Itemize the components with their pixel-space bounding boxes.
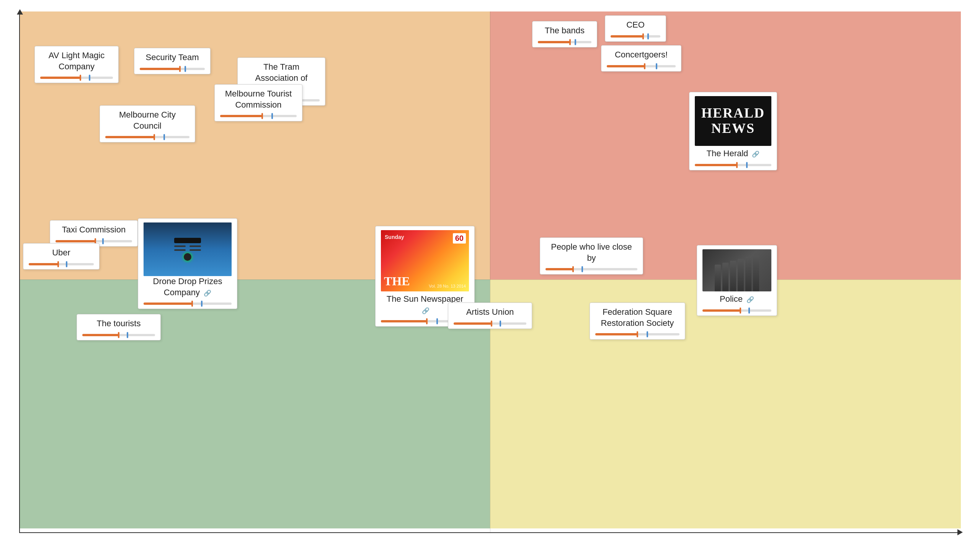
slider-fill-taxi (56, 240, 95, 242)
clip-icon[interactable]: 🔗 (746, 296, 754, 303)
slider-fill-police (702, 309, 740, 312)
card-herald[interactable]: HERALDNEWS The Herald 🔗 (689, 92, 777, 170)
slider-thumb-orange-drone[interactable] (191, 301, 193, 307)
x-axis-arrow (957, 529, 963, 535)
slider-thumb-blue-herald[interactable] (746, 162, 748, 168)
slider-thumb-orange-security[interactable] (179, 66, 181, 72)
slider-thumb-blue-sun-newspaper[interactable] (436, 318, 438, 324)
slider-thumb-blue-bands[interactable] (575, 39, 576, 45)
slider-interest-tourists[interactable] (82, 334, 155, 336)
slider-fill-sun-newspaper (381, 320, 427, 322)
slider-thumb-orange-bands[interactable] (569, 39, 571, 45)
slider-interest-artists-union[interactable] (454, 322, 526, 325)
slider-interest-herald[interactable] (695, 164, 771, 166)
slider-interest-uber[interactable] (29, 263, 94, 265)
slider-interest-police[interactable] (702, 309, 771, 312)
x-axis (19, 532, 961, 533)
card-title-herald: The Herald 🔗 (707, 148, 760, 159)
card-av-light[interactable]: AV Light MagicCompany (34, 46, 119, 83)
card-title-melbourne-cc: Melbourne City Council (105, 110, 189, 131)
slider-thumb-blue-police[interactable] (748, 307, 750, 314)
card-title-row: CEO (611, 20, 660, 34)
card-bands[interactable]: The bands (532, 21, 597, 47)
card-police[interactable]: Police 🔗 (697, 245, 777, 316)
drone-image (144, 222, 232, 276)
slider-thumb-blue-taxi[interactable] (102, 238, 104, 244)
slider-interest-tourist-commission[interactable] (220, 115, 297, 117)
slider-thumb-blue-security[interactable] (185, 66, 186, 72)
card-people-close[interactable]: People who live close by (540, 237, 643, 275)
slider-thumb-orange-uber[interactable] (57, 261, 59, 267)
card-title-row: Taxi Commission (56, 224, 132, 239)
card-title-row: People who live close by (546, 242, 637, 267)
slider-thumb-orange-concertgoers[interactable] (644, 63, 645, 69)
slider-interest-security[interactable] (140, 68, 205, 70)
card-title-fed-square: Federation SquareRestoration Society (601, 307, 674, 329)
card-title-row: Police 🔗 (702, 294, 771, 308)
card-fed-square[interactable]: Federation SquareRestoration Society (590, 303, 685, 340)
card-tourist-commission[interactable]: Melbourne TouristCommission (214, 84, 302, 121)
slider-thumb-blue-tourists[interactable] (127, 332, 128, 338)
card-ceo[interactable]: CEO (605, 15, 666, 42)
clip-icon[interactable]: 🔗 (752, 151, 760, 157)
slider-thumb-orange-people-close[interactable] (572, 266, 574, 272)
slider-thumb-blue-uber[interactable] (66, 261, 67, 267)
card-taxi[interactable]: Taxi Commission (50, 220, 138, 247)
card-concertgoers[interactable]: Concertgoers! (601, 45, 681, 72)
slider-interest-people-close[interactable] (546, 268, 637, 270)
card-security[interactable]: Security Team (134, 48, 211, 74)
slider-interest-fed-square[interactable] (595, 333, 679, 335)
slider-thumb-orange-tourists[interactable] (118, 332, 119, 338)
card-title-row: AV Light MagicCompany (40, 50, 113, 75)
card-title-security: Security Team (146, 52, 199, 63)
police-image (702, 249, 771, 291)
card-title-row: The bands (538, 25, 591, 39)
slider-thumb-orange-ceo[interactable] (642, 33, 644, 39)
slider-thumb-blue-drone[interactable] (201, 301, 203, 307)
slider-interest-drone[interactable] (144, 303, 232, 305)
card-uber[interactable]: Uber (23, 243, 100, 270)
clip-icon[interactable]: 🔗 (204, 290, 211, 296)
slider-thumb-blue-ceo[interactable] (647, 33, 649, 39)
card-title-tourists: The tourists (97, 318, 141, 329)
card-tourists[interactable]: The tourists (77, 314, 161, 340)
slider-thumb-blue-concertgoers[interactable] (656, 63, 657, 69)
slider-thumb-orange-police[interactable] (740, 307, 741, 314)
slider-thumb-blue-artists-union[interactable] (500, 321, 501, 327)
slider-thumb-orange-artists-union[interactable] (491, 321, 492, 327)
slider-fill-herald (695, 164, 737, 166)
slider-thumb-blue-people-close[interactable] (581, 266, 583, 272)
slider-interest-bands[interactable] (538, 41, 591, 43)
quadrant-bottom-right (490, 280, 961, 528)
slider-thumb-blue-fed-square[interactable] (647, 331, 648, 337)
slider-thumb-orange-tourist-commission[interactable] (261, 113, 263, 119)
slider-interest-melbourne-cc[interactable] (105, 136, 189, 138)
card-title-bands: The bands (545, 25, 585, 36)
slider-thumb-blue-tourist-commission[interactable] (271, 113, 273, 119)
clip-icon[interactable]: 🔗 (422, 307, 430, 314)
card-title-row: The Herald 🔗 (695, 148, 771, 162)
stakeholder-map: AV Light MagicCompany Security Team The … (0, 0, 980, 556)
slider-thumb-orange-fed-square[interactable] (637, 331, 638, 337)
slider-thumb-orange-melbourne-cc[interactable] (154, 134, 155, 140)
card-melbourne-cc[interactable]: Melbourne City Council (100, 105, 195, 142)
card-title-people-close: People who live close by (546, 242, 637, 263)
slider-thumb-blue-melbourne-cc[interactable] (163, 134, 165, 140)
slider-thumb-orange-av-light[interactable] (80, 75, 81, 81)
slider-thumb-orange-sun-newspaper[interactable] (426, 318, 428, 324)
card-title-row: Security Team (140, 52, 205, 66)
card-artists-union[interactable]: Artists Union (448, 303, 532, 329)
slider-thumb-blue-av-light[interactable] (89, 75, 90, 81)
slider-fill-bands (538, 41, 570, 43)
slider-interest-av-light[interactable] (40, 77, 113, 79)
slider-interest-concertgoers[interactable] (607, 65, 676, 67)
card-drone[interactable]: Drone Drop PrizesCompany 🔗 (138, 218, 237, 309)
card-title-taxi: Taxi Commission (62, 224, 126, 235)
slider-interest-taxi[interactable] (56, 240, 132, 242)
slider-fill-tourists (82, 334, 119, 336)
card-title-row: Artists Union (454, 307, 526, 321)
slider-fill-people-close (546, 268, 573, 270)
slider-thumb-orange-herald[interactable] (736, 162, 738, 168)
slider-fill-ceo (611, 35, 643, 38)
slider-interest-ceo[interactable] (611, 35, 660, 38)
